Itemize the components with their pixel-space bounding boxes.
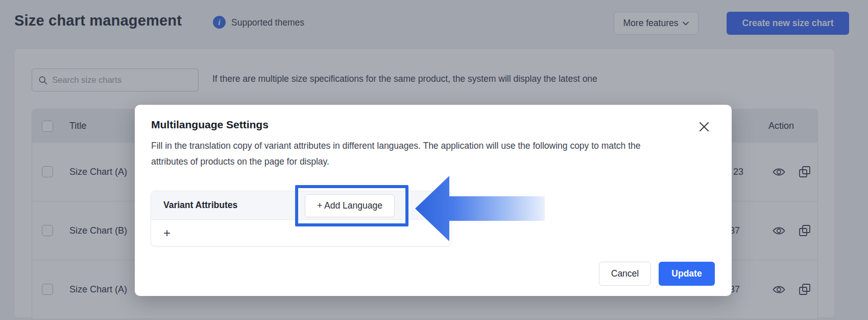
variant-attributes-header-row: Variant Attributes	[151, 191, 451, 220]
plus-icon[interactable]: +	[163, 227, 171, 239]
close-icon[interactable]	[696, 119, 712, 134]
screen: Size chart management i Supported themes…	[0, 0, 868, 320]
multilanguage-settings-modal: Multilanguage Settings Fill in the trans…	[135, 105, 732, 296]
variant-attributes-label: Variant Attributes	[163, 200, 237, 211]
modal-description: Fill in the translation copy of variant …	[151, 138, 669, 170]
cancel-button[interactable]: Cancel	[599, 262, 651, 286]
add-language-label: + Add Language	[317, 200, 382, 211]
update-button[interactable]: Update	[659, 262, 715, 286]
add-language-button[interactable]: + Add Language	[305, 194, 395, 217]
add-attribute-row[interactable]: +	[151, 220, 451, 246]
modal-title: Multilanguage Settings	[151, 119, 269, 131]
variant-attributes-table: Variant Attributes +	[151, 191, 451, 246]
